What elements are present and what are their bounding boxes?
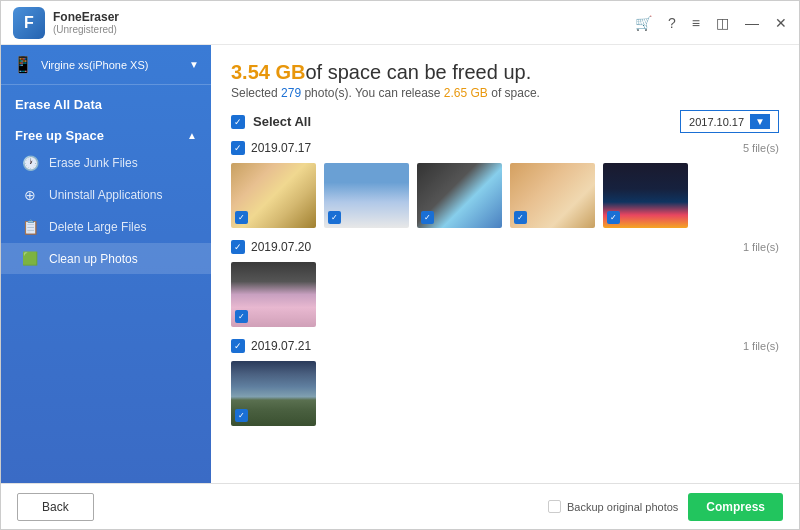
menu-icon[interactable]: ≡ — [692, 15, 700, 31]
space-freed-title: 3.54 GBof space can be freed up. — [231, 61, 779, 84]
free-space-title[interactable]: Free up Space — [15, 128, 104, 143]
app-window: F FoneEraser (Unregistered) 🛒 ? ≡ ◫ — ✕ … — [0, 0, 800, 530]
photo-thumb[interactable]: ✓ — [603, 163, 688, 228]
sidebar-item-erase-all[interactable]: Erase All Data — [1, 85, 211, 118]
app-icon: F — [13, 7, 45, 39]
photo-thumb[interactable]: ✓ — [324, 163, 409, 228]
selected-count: 279 — [281, 86, 301, 100]
photo-grid-3: ✓ — [231, 361, 779, 426]
app-name: FoneEraser — [53, 10, 119, 24]
group-date-label: 2019.07.17 — [251, 141, 311, 155]
content-area: 3.54 GBof space can be freed up. Selecte… — [211, 45, 799, 483]
group-date-label: 2019.07.20 — [251, 240, 311, 254]
title-bar-controls: 🛒 ? ≡ ◫ — ✕ — [635, 15, 787, 31]
photo-grid-1: ✓ ✓ ✓ ✓ ✓ — [231, 163, 779, 228]
group-header-1: ✓ 2019.07.17 5 file(s) — [231, 141, 779, 155]
space-amount: 3.54 GB — [231, 61, 305, 83]
content-header: 3.54 GBof space can be freed up. Selecte… — [231, 61, 779, 100]
select-all-left: ✓ Select All — [231, 114, 311, 129]
photo-checkbox[interactable]: ✓ — [235, 409, 248, 422]
photo-thumb[interactable]: ✓ — [417, 163, 502, 228]
photo-thumb[interactable]: ✓ — [510, 163, 595, 228]
photo-checkbox[interactable]: ✓ — [421, 211, 434, 224]
select-all-label[interactable]: Select All — [253, 114, 311, 129]
clock-icon: 🕐 — [21, 155, 39, 171]
sidebar-item-clean-photos[interactable]: 🟩 Clean up Photos — [1, 243, 211, 274]
photo-checkbox[interactable]: ✓ — [607, 211, 620, 224]
group-count-3: 1 file(s) — [743, 340, 779, 352]
photo-group-1: ✓ 2019.07.17 5 file(s) ✓ ✓ ✓ — [231, 141, 779, 228]
help-icon[interactable]: ? — [668, 15, 676, 31]
photo-group-3: ✓ 2019.07.21 1 file(s) ✓ — [231, 339, 779, 426]
space-text: of space can be freed up. — [305, 61, 531, 83]
free-space-header: Free up Space ▲ — [1, 124, 211, 147]
group-count-2: 1 file(s) — [743, 241, 779, 253]
back-button[interactable]: Back — [17, 493, 94, 521]
sidebar-item-label: Erase Junk Files — [49, 156, 138, 170]
photo-grid-2: ✓ — [231, 262, 779, 327]
date-dropdown[interactable]: 2017.10.17 ▼ — [680, 110, 779, 133]
cart-icon[interactable]: 🛒 — [635, 15, 652, 31]
photo-checkbox[interactable]: ✓ — [328, 211, 341, 224]
bottom-bar: Back Backup original photos Compress — [1, 483, 799, 529]
title-bar-left: F FoneEraser (Unregistered) — [13, 7, 119, 39]
group-checkbox-3[interactable]: ✓ — [231, 339, 245, 353]
backup-checkbox-row: Backup original photos — [548, 500, 678, 513]
photo-checkbox[interactable]: ✓ — [514, 211, 527, 224]
main-content: 📱 Virgine xs(iPhone XS) ▼ Erase All Data… — [1, 45, 799, 483]
compress-button[interactable]: Compress — [688, 493, 783, 521]
group-date-1: ✓ 2019.07.17 — [231, 141, 311, 155]
release-amount: 2.65 GB — [444, 86, 488, 100]
title-bar: F FoneEraser (Unregistered) 🛒 ? ≡ ◫ — ✕ — [1, 1, 799, 45]
device-chevron-icon: ▼ — [189, 59, 199, 70]
sidebar-item-label: Uninstall Applications — [49, 188, 162, 202]
photo-checkbox[interactable]: ✓ — [235, 211, 248, 224]
sidebar-item-label: Clean up Photos — [49, 252, 138, 266]
sidebar-item-label: Delete Large Files — [49, 220, 146, 234]
phone-icon: 📱 — [13, 55, 33, 74]
app-info: FoneEraser (Unregistered) — [53, 10, 119, 35]
close-button[interactable]: ✕ — [775, 15, 787, 31]
sidebar-item-erase-junk[interactable]: 🕐 Erase Junk Files — [1, 147, 211, 179]
group-checkbox-1[interactable]: ✓ — [231, 141, 245, 155]
group-count-1: 5 file(s) — [743, 142, 779, 154]
date-filter-value: 2017.10.17 — [689, 116, 744, 128]
group-checkbox-2[interactable]: ✓ — [231, 240, 245, 254]
group-date-2: ✓ 2019.07.20 — [231, 240, 311, 254]
device-name: Virgine xs(iPhone XS) — [41, 59, 181, 71]
monitor-icon[interactable]: ◫ — [716, 15, 729, 31]
group-date-label: 2019.07.21 — [251, 339, 311, 353]
bottom-right: Backup original photos Compress — [548, 493, 783, 521]
photo-group-2: ✓ 2019.07.20 1 file(s) ✓ — [231, 240, 779, 327]
group-date-3: ✓ 2019.07.21 — [231, 339, 311, 353]
files-icon: 📋 — [21, 219, 39, 235]
backup-checkbox[interactable] — [548, 500, 561, 513]
date-filter-wrapper: 2017.10.17 ▼ — [680, 110, 779, 133]
group-header-3: ✓ 2019.07.21 1 file(s) — [231, 339, 779, 353]
photo-checkbox[interactable]: ✓ — [235, 310, 248, 323]
device-selector[interactable]: 📱 Virgine xs(iPhone XS) ▼ — [1, 45, 211, 85]
app-subtitle: (Unregistered) — [53, 24, 119, 35]
collapse-icon[interactable]: ▲ — [187, 130, 197, 141]
photo-thumb[interactable]: ✓ — [231, 361, 316, 426]
sidebar: 📱 Virgine xs(iPhone XS) ▼ Erase All Data… — [1, 45, 211, 483]
sidebar-item-uninstall-apps[interactable]: ⊕ Uninstall Applications — [1, 179, 211, 211]
backup-label: Backup original photos — [567, 501, 678, 513]
free-space-section: Free up Space ▲ 🕐 Erase Junk Files ⊕ Uni… — [1, 118, 211, 280]
date-dropdown-arrow[interactable]: ▼ — [750, 114, 770, 129]
photo-thumb[interactable]: ✓ — [231, 262, 316, 327]
group-header-2: ✓ 2019.07.20 1 file(s) — [231, 240, 779, 254]
sidebar-item-delete-large[interactable]: 📋 Delete Large Files — [1, 211, 211, 243]
minimize-button[interactable]: — — [745, 15, 759, 31]
select-all-checkbox[interactable]: ✓ — [231, 115, 245, 129]
apps-icon: ⊕ — [21, 187, 39, 203]
photos-icon: 🟩 — [21, 251, 39, 266]
select-all-row: ✓ Select All 2017.10.17 ▼ — [231, 110, 779, 133]
space-subtitle: Selected 279 photo(s). You can release 2… — [231, 86, 779, 100]
photo-thumb[interactable]: ✓ — [231, 163, 316, 228]
